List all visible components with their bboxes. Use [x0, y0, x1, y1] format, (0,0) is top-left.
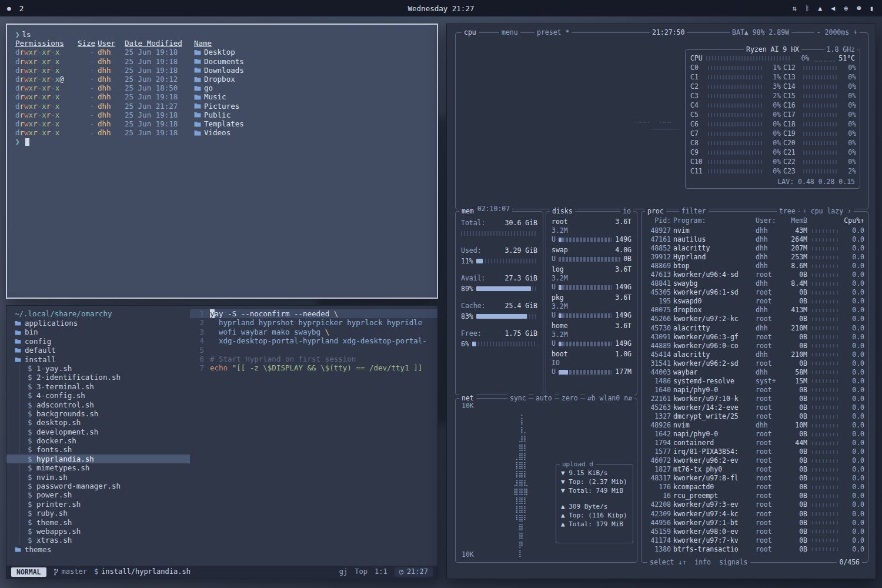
btop-window[interactable]: cpu menu preset * 21:27:50 BAT▲ 98% 2.89… — [446, 24, 876, 579]
process-row[interactable]: 46072 kworker/u96:2-ev root 0B 0.0 — [645, 456, 864, 465]
tree-directory[interactable]: applications — [6, 319, 190, 328]
process-row[interactable]: 1380 btrfs-transactio root 0B 0.0 — [645, 545, 864, 553]
tree-file[interactable]: $ 3-terminal.sh — [6, 382, 190, 391]
tree-file[interactable]: $ nvim.sh — [6, 473, 190, 482]
sort-direction-icon[interactable]: ↑ — [860, 216, 864, 225]
nvim-window[interactable]: ~/.local/share/omarchy applications bin — [6, 305, 438, 579]
preset-button[interactable]: preset * — [534, 28, 572, 37]
process-row[interactable]: 47613 kworker/u96:4-sd root 0B 0.0 — [645, 270, 864, 279]
tree-file[interactable]: $ 4-config.sh — [6, 391, 190, 400]
process-row[interactable]: 43091 kworker/u96:3-gf root 0B 0.0 — [645, 333, 864, 342]
process-row[interactable]: 22161 kworker/u97:10-k root 0B 0.0 — [645, 395, 864, 403]
terminal-prompt-line[interactable]: ❯ — [15, 137, 429, 146]
editor-line[interactable]: 5 — [190, 346, 437, 355]
process-row[interactable]: 47161 nautilus dhh 264M 0.0 — [645, 235, 864, 244]
proc-sort-selector[interactable]: ‹ cpu lazy › — [800, 207, 854, 216]
process-row[interactable]: 176 kcompactd0 root 0B 0.0 — [645, 483, 864, 492]
editor-line[interactable]: 1 yay -S --noconfirm --needed \ — [190, 309, 437, 318]
file-tree[interactable]: ~/.local/share/omarchy applications bin — [6, 306, 190, 566]
process-row[interactable]: 45305 kworker/u96:1-sd root 0B 0.0 — [645, 288, 864, 297]
process-row[interactable]: 44889 kworker/u96:0-co root 0B 0.0 — [645, 342, 864, 350]
editor-line[interactable]: 3 wofi waybar mako swaybg \ — [190, 328, 437, 336]
tree-file[interactable]: $ development.sh — [6, 427, 190, 436]
proc-info-button[interactable]: info — [694, 558, 711, 567]
process-row[interactable]: 1640 napi/phy0-0 root 0B 0.0 — [645, 386, 864, 395]
process-row[interactable]: 44956 kworker/u97:1-bt root 0B 0.0 — [645, 519, 864, 527]
tree-file[interactable]: $ webapps.sh — [6, 527, 190, 536]
editor-line[interactable]: 6 # Start Hyprland on first session — [190, 355, 437, 363]
process-row[interactable]: 45414 alacritty dhh 210M 0.0 — [645, 350, 864, 359]
tree-file[interactable]: $ backgrounds.sh — [6, 409, 190, 418]
editor-line[interactable]: 4 xdg-desktop-portal-hyprland xdg-deskto… — [190, 336, 437, 345]
process-row[interactable]: 42208 kworker/u97:3-ev root 0B 0.0 — [645, 500, 864, 509]
volume-icon[interactable]: ◀ — [831, 4, 835, 12]
tree-file[interactable]: $ theme.sh — [6, 518, 190, 527]
process-row[interactable]: 48926 nvim dhh 10M 0.0 — [645, 421, 864, 430]
process-row[interactable]: 48317 kworker/u97:8-fl root 0B 0.0 — [645, 474, 864, 483]
process-row[interactable]: 45730 alacritty dhh 210M 0.0 — [645, 324, 864, 333]
wifi-icon[interactable]: ▲ — [818, 4, 822, 12]
io-mode-toggle[interactable]: io — [620, 207, 633, 216]
tree-file[interactable]: $ power.sh — [6, 490, 190, 499]
net-interface[interactable]: ⇵b wlan0 n⇵ — [585, 394, 634, 403]
bluetooth-icon[interactable]: ᛒ — [805, 4, 809, 12]
tree-file[interactable]: $ adscontrol.sh — [6, 400, 190, 409]
editor-line[interactable]: 2 hyprland hyprshot hyprpicker hyprlock … — [190, 318, 437, 327]
tree-directory[interactable]: bin — [6, 328, 190, 336]
process-row[interactable]: 45263 kworker/14:2-eve root 0B 0.0 — [645, 403, 864, 412]
process-row[interactable]: 48841 swaybg dhh 8.4M 0.0 — [645, 279, 864, 288]
user-icon[interactable]: ☻ — [857, 4, 861, 12]
proc-signals-button[interactable]: signals — [719, 558, 747, 567]
tree-file[interactable]: $ password-manager.sh — [6, 482, 190, 490]
tree-directory-install[interactable]: install — [6, 355, 190, 364]
process-row[interactable]: 45266 kworker/u97:2-kc root 0B 0.0 — [645, 315, 864, 323]
tree-file[interactable]: $ hyprlandia.sh — [6, 455, 190, 463]
menu-button[interactable]: menu — [499, 28, 520, 37]
ls-row: drwxr-xr-x - dhh 25 Jun 21:27 Pictures — [15, 102, 429, 111]
process-row[interactable]: 40075 dropbox dhh 413M 0.0 — [645, 306, 864, 315]
process-row[interactable]: 41174 kworker/u97:7-kv root 0B 0.0 — [645, 536, 864, 545]
tree-directory[interactable]: themes — [6, 545, 190, 554]
process-row[interactable]: 42309 kworker/u97:4-kc root 0B 0.0 — [645, 510, 864, 519]
process-row[interactable]: 44003 waybar dhh 58M 0.0 — [645, 368, 864, 377]
net-sync-toggle[interactable]: sync — [507, 394, 529, 403]
proc-select-button[interactable]: select ↓↑ — [650, 558, 686, 567]
tree-file[interactable]: $ xtras.sh — [6, 536, 190, 544]
process-row[interactable]: 195 kswapd0 root 0B 0.0 — [645, 297, 864, 306]
tree-file[interactable]: $ docker.sh — [6, 436, 190, 445]
tree-file[interactable]: $ 1-yay.sh — [6, 364, 190, 373]
process-row[interactable]: 1827 mt76-tx phy0 root 0B 0.0 — [645, 465, 864, 474]
proc-tree-toggle[interactable]: tree — [777, 207, 798, 216]
process-row[interactable]: 1794 containerd root 44M 0.0 — [645, 439, 864, 447]
tree-directory[interactable]: default — [6, 346, 190, 355]
proc-filter-button[interactable]: filter — [679, 207, 709, 216]
editor-pane[interactable]: 1 yay -S --noconfirm --needed \ 2 hyprla… — [190, 306, 437, 566]
tree-file[interactable]: $ desktop.sh — [6, 418, 190, 427]
process-row[interactable]: 39912 Hyprland dhh 253M 0.0 — [645, 253, 864, 262]
process-row[interactable]: 45159 kworker/u98:0-ev root 0B 0.0 — [645, 527, 864, 536]
workspace-indicator[interactable]: 2 — [19, 4, 24, 13]
process-row[interactable]: 48927 nvim dhh 43M 0.0 — [645, 226, 864, 235]
tree-file[interactable]: $ mimetypes.sh — [6, 463, 190, 472]
network-icon[interactable]: ⊕ — [844, 4, 848, 12]
process-row[interactable]: 48869 btop dhh 8.6M 0.0 — [645, 262, 864, 270]
net-auto-toggle[interactable]: auto — [533, 394, 554, 403]
net-zero-toggle[interactable]: zero — [559, 394, 580, 403]
process-row[interactable]: 1327 dmcrypt_write/25 root 0B 0.0 — [645, 412, 864, 421]
tree-file[interactable]: $ printer.sh — [6, 500, 190, 509]
tree-file[interactable]: $ fonts.sh — [6, 445, 190, 454]
launcher-icon[interactable]: ● — [7, 5, 11, 12]
tree-file[interactable]: $ ruby.sh — [6, 509, 190, 517]
process-row[interactable]: 1577 irq/81-PIXA3854: root 0B 0.0 — [645, 447, 864, 456]
terminal-window[interactable]: ❯ls Permissions Size User Date Modified … — [6, 24, 438, 299]
process-row[interactable]: 1486 systemd-resolve syst+ 15M 0.0 — [645, 377, 864, 386]
process-row[interactable]: 48852 alacritty dhh 207M 0.0 — [645, 244, 864, 253]
tree-file[interactable]: $ 2-identification.sh — [6, 373, 190, 382]
process-row[interactable]: 31541 kworker/u96:2-sd root 0B 0.0 — [645, 359, 864, 368]
process-row[interactable]: 16 rcu_preempt root 0B 0.0 — [645, 492, 864, 500]
editor-line[interactable]: 7 echo "[[ -z \$DISPLAY && \$(tty) == /d… — [190, 363, 437, 372]
process-row[interactable]: 1642 napi/phy0-0 root 0B 0.0 — [645, 430, 864, 439]
dropbox-tray-icon[interactable]: ⇅ — [792, 4, 796, 12]
tree-directory[interactable]: config — [6, 337, 190, 346]
refresh-interval-control[interactable]: - 2000ms + — [814, 28, 860, 37]
